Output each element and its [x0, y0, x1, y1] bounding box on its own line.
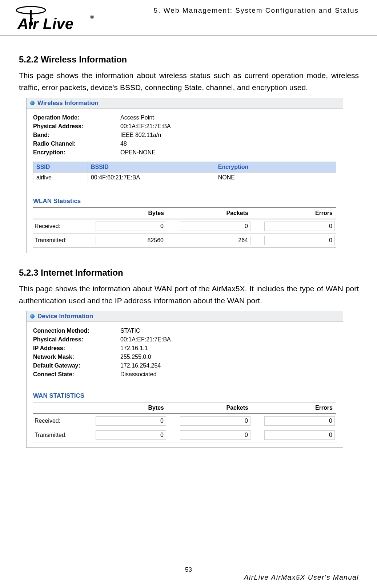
field-value: 00:1A:EF:21:7E:BA [120, 336, 336, 343]
cell-packets: 0 [168, 428, 252, 442]
kv-row: Connect State:Disassociated [33, 371, 336, 378]
field-label: Connect State: [33, 371, 120, 378]
cell-bytes: 0 [83, 414, 168, 428]
cell-packets: 0 [168, 414, 252, 428]
field-value: 172.16.1.1 [120, 345, 336, 352]
kv-row: Network Mask:255.255.0.0 [33, 354, 336, 360]
cell-packets: 264 [168, 234, 252, 248]
table-row: Transmitted: 0 0 0 [33, 428, 336, 442]
cell-errors: 0 [252, 414, 336, 428]
panel-title-device: Device Information [37, 313, 93, 320]
kv-row: Operation Mode:Access Point [33, 114, 336, 121]
section-title-523: 5.2.3 Internet Information [19, 268, 359, 278]
wan-stats-heading: WAN STATISTICS [33, 392, 336, 400]
field-label: Default Gateway: [33, 362, 120, 369]
col-encryption: Encryption [215, 162, 336, 173]
device-info-panel: Device Information Connection Method:STA… [26, 311, 343, 448]
field-value: OPEN-NONE [120, 149, 336, 156]
table-row: airlive 00:4F:60:21:7E:BA NONE [33, 173, 336, 183]
cell-encryption: NONE [215, 173, 336, 183]
row-label: Transmitted: [33, 234, 83, 248]
field-label: Connection Method: [33, 328, 120, 334]
row-label: Received: [33, 414, 83, 428]
field-value: STATIC [120, 328, 336, 334]
field-value: 255.255.0.0 [120, 354, 336, 360]
field-label: IP Address: [33, 345, 120, 352]
field-label: Band: [33, 132, 120, 138]
table-row: Received: 0 0 0 [33, 414, 336, 428]
field-label: Physical Address: [33, 123, 120, 130]
cell-errors: 0 [252, 219, 336, 234]
panel-header-wireless: Wireless Information [27, 98, 343, 109]
field-value: IEEE 802.11a/n [120, 132, 336, 138]
col-bssid: BSSID [88, 162, 215, 173]
kv-row: Encryption:OPEN-NONE [33, 149, 336, 156]
col-ssid: SSID [33, 162, 88, 173]
kv-row: Physical Address:00:1A:EF:21:7E:BA [33, 336, 336, 343]
section-body-523: This page shows the information about WA… [19, 283, 359, 307]
kv-row: Band:IEEE 802.11a/n [33, 132, 336, 138]
table-row: Transmitted: 82560 264 0 [33, 234, 336, 248]
svg-text:®: ® [90, 14, 94, 20]
col-errors: Errors [252, 207, 336, 219]
field-value: 00:1A:EF:21:7E:BA [120, 123, 336, 130]
col-packets: Packets [168, 402, 252, 414]
kv-row: Physical Address:00:1A:EF:21:7E:BA [33, 123, 336, 130]
row-label: Received: [33, 219, 83, 234]
wlan-stats-heading: WLAN Statistics [33, 198, 336, 205]
cell-bssid: 00:4F:60:21:7E:BA [88, 173, 215, 183]
field-label: Physical Address: [33, 336, 120, 343]
field-value: 48 [120, 141, 336, 147]
wlan-stats-table: Bytes Packets Errors Received: 0 0 0 [33, 207, 336, 248]
kv-row: IP Address:172.16.1.1 [33, 345, 336, 352]
section-title-522: 5.2.2 Wireless Information [19, 54, 359, 65]
col-packets: Packets [168, 207, 252, 219]
field-value: 172.16.254.254 [120, 362, 336, 369]
page-number: 53 [0, 566, 377, 573]
field-label: Network Mask: [33, 354, 120, 360]
row-label: Transmitted: [33, 428, 83, 442]
col-blank [33, 207, 83, 219]
header-chapter: 5. Web Management: System Configuration … [154, 7, 359, 15]
kv-row: Default Gateway:172.16.254.254 [33, 362, 336, 369]
col-bytes: Bytes [83, 207, 168, 219]
wireless-info-panel: Wireless Information Operation Mode:Acce… [26, 98, 343, 253]
panel-title-wireless: Wireless Information [37, 100, 99, 107]
cell-packets: 0 [168, 219, 252, 234]
cell-bytes: 0 [83, 428, 168, 442]
table-row: Received: 0 0 0 [33, 219, 336, 234]
section-body-522: This page shows the information about wi… [19, 70, 359, 93]
header-divider [0, 36, 377, 36]
cell-bytes: 0 [83, 219, 168, 234]
kv-row: Radio Channel:48 [33, 141, 336, 147]
field-label: Operation Mode: [33, 114, 120, 121]
col-bytes: Bytes [83, 402, 168, 414]
ssid-table: SSID BSSID Encryption airlive 00:4F:60:2… [33, 162, 336, 183]
field-label: Radio Channel: [33, 141, 120, 147]
col-errors: Errors [252, 402, 336, 414]
field-label: Encryption: [33, 149, 120, 156]
logo-text: Air Live [17, 15, 73, 32]
airlive-logo: Air Live ® [11, 4, 113, 35]
bullet-icon [30, 314, 35, 319]
cell-errors: 0 [252, 428, 336, 442]
panel-header-device: Device Information [27, 311, 343, 322]
cell-ssid: airlive [33, 173, 88, 183]
cell-errors: 0 [252, 234, 336, 248]
col-blank [33, 402, 83, 414]
field-value: Access Point [120, 114, 336, 121]
field-value: Disassociated [120, 371, 336, 378]
footer-manual: AirLive AirMax5X User's Manual [244, 573, 359, 581]
wan-stats-table: Bytes Packets Errors Received: 0 0 0 [33, 402, 336, 442]
cell-bytes: 82560 [83, 234, 168, 248]
bullet-icon [30, 101, 35, 105]
kv-row: Connection Method:STATIC [33, 328, 336, 334]
